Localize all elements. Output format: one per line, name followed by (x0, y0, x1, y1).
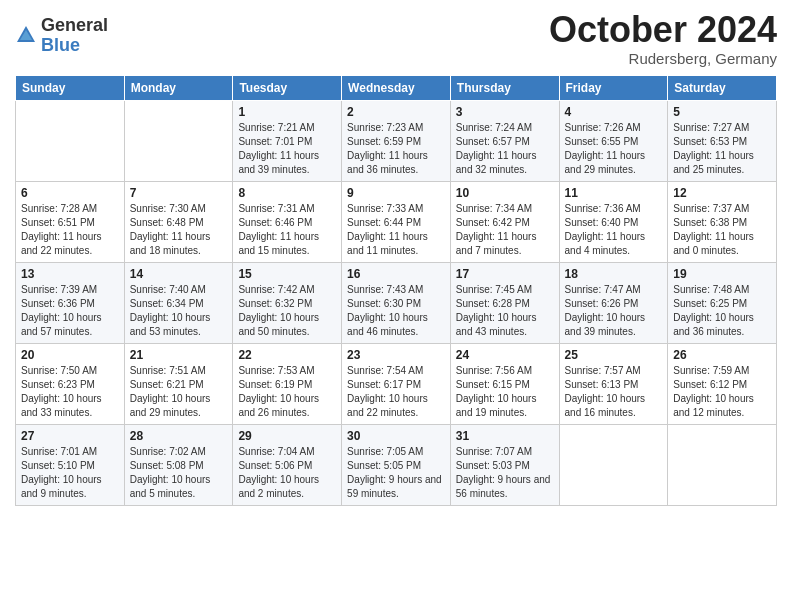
day-number: 14 (130, 267, 228, 281)
table-cell: 14 Sunrise: 7:40 AMSunset: 6:34 PMDaylig… (124, 262, 233, 343)
day-info: Sunrise: 7:45 AMSunset: 6:28 PMDaylight:… (456, 283, 554, 339)
day-number: 13 (21, 267, 119, 281)
day-info: Sunrise: 7:43 AMSunset: 6:30 PMDaylight:… (347, 283, 445, 339)
col-saturday: Saturday (668, 75, 777, 100)
day-number: 10 (456, 186, 554, 200)
col-friday: Friday (559, 75, 668, 100)
table-cell: 23 Sunrise: 7:54 AMSunset: 6:17 PMDaylig… (342, 343, 451, 424)
calendar-week-4: 20 Sunrise: 7:50 AMSunset: 6:23 PMDaylig… (16, 343, 777, 424)
day-number: 30 (347, 429, 445, 443)
table-cell: 31 Sunrise: 7:07 AMSunset: 5:03 PMDaylig… (450, 424, 559, 505)
day-number: 29 (238, 429, 336, 443)
day-info: Sunrise: 7:23 AMSunset: 6:59 PMDaylight:… (347, 121, 445, 177)
table-cell: 22 Sunrise: 7:53 AMSunset: 6:19 PMDaylig… (233, 343, 342, 424)
day-number: 27 (21, 429, 119, 443)
page: General Blue October 2024 Rudersberg, Ge… (0, 0, 792, 612)
day-number: 22 (238, 348, 336, 362)
table-cell: 3 Sunrise: 7:24 AMSunset: 6:57 PMDayligh… (450, 100, 559, 181)
table-cell: 21 Sunrise: 7:51 AMSunset: 6:21 PMDaylig… (124, 343, 233, 424)
day-number: 25 (565, 348, 663, 362)
day-number: 4 (565, 105, 663, 119)
table-cell: 11 Sunrise: 7:36 AMSunset: 6:40 PMDaylig… (559, 181, 668, 262)
table-cell (559, 424, 668, 505)
day-info: Sunrise: 7:33 AMSunset: 6:44 PMDaylight:… (347, 202, 445, 258)
day-number: 28 (130, 429, 228, 443)
day-number: 7 (130, 186, 228, 200)
calendar-week-5: 27 Sunrise: 7:01 AMSunset: 5:10 PMDaylig… (16, 424, 777, 505)
col-thursday: Thursday (450, 75, 559, 100)
day-info: Sunrise: 7:39 AMSunset: 6:36 PMDaylight:… (21, 283, 119, 339)
day-number: 15 (238, 267, 336, 281)
day-number: 31 (456, 429, 554, 443)
table-cell: 17 Sunrise: 7:45 AMSunset: 6:28 PMDaylig… (450, 262, 559, 343)
table-cell: 1 Sunrise: 7:21 AMSunset: 7:01 PMDayligh… (233, 100, 342, 181)
logo: General Blue (15, 16, 108, 56)
day-number: 26 (673, 348, 771, 362)
day-info: Sunrise: 7:56 AMSunset: 6:15 PMDaylight:… (456, 364, 554, 420)
day-number: 12 (673, 186, 771, 200)
day-number: 9 (347, 186, 445, 200)
table-cell: 19 Sunrise: 7:48 AMSunset: 6:25 PMDaylig… (668, 262, 777, 343)
day-info: Sunrise: 7:24 AMSunset: 6:57 PMDaylight:… (456, 121, 554, 177)
day-info: Sunrise: 7:57 AMSunset: 6:13 PMDaylight:… (565, 364, 663, 420)
day-info: Sunrise: 7:30 AMSunset: 6:48 PMDaylight:… (130, 202, 228, 258)
logo-icon (15, 24, 37, 46)
day-info: Sunrise: 7:53 AMSunset: 6:19 PMDaylight:… (238, 364, 336, 420)
location: Rudersberg, Germany (549, 50, 777, 67)
day-number: 20 (21, 348, 119, 362)
day-number: 8 (238, 186, 336, 200)
day-info: Sunrise: 7:50 AMSunset: 6:23 PMDaylight:… (21, 364, 119, 420)
calendar-header-row: Sunday Monday Tuesday Wednesday Thursday… (16, 75, 777, 100)
day-info: Sunrise: 7:34 AMSunset: 6:42 PMDaylight:… (456, 202, 554, 258)
day-info: Sunrise: 7:02 AMSunset: 5:08 PMDaylight:… (130, 445, 228, 501)
col-wednesday: Wednesday (342, 75, 451, 100)
title-block: October 2024 Rudersberg, Germany (549, 10, 777, 67)
day-info: Sunrise: 7:27 AMSunset: 6:53 PMDaylight:… (673, 121, 771, 177)
table-cell (124, 100, 233, 181)
day-number: 1 (238, 105, 336, 119)
table-cell: 13 Sunrise: 7:39 AMSunset: 6:36 PMDaylig… (16, 262, 125, 343)
table-cell: 8 Sunrise: 7:31 AMSunset: 6:46 PMDayligh… (233, 181, 342, 262)
day-number: 23 (347, 348, 445, 362)
table-cell: 15 Sunrise: 7:42 AMSunset: 6:32 PMDaylig… (233, 262, 342, 343)
table-cell: 24 Sunrise: 7:56 AMSunset: 6:15 PMDaylig… (450, 343, 559, 424)
header: General Blue October 2024 Rudersberg, Ge… (15, 10, 777, 67)
day-number: 11 (565, 186, 663, 200)
day-number: 18 (565, 267, 663, 281)
table-cell: 26 Sunrise: 7:59 AMSunset: 6:12 PMDaylig… (668, 343, 777, 424)
table-cell: 12 Sunrise: 7:37 AMSunset: 6:38 PMDaylig… (668, 181, 777, 262)
table-cell (668, 424, 777, 505)
table-cell: 29 Sunrise: 7:04 AMSunset: 5:06 PMDaylig… (233, 424, 342, 505)
day-number: 19 (673, 267, 771, 281)
day-info: Sunrise: 7:36 AMSunset: 6:40 PMDaylight:… (565, 202, 663, 258)
table-cell: 25 Sunrise: 7:57 AMSunset: 6:13 PMDaylig… (559, 343, 668, 424)
col-tuesday: Tuesday (233, 75, 342, 100)
calendar-table: Sunday Monday Tuesday Wednesday Thursday… (15, 75, 777, 506)
logo-text: General Blue (41, 16, 108, 56)
day-info: Sunrise: 7:04 AMSunset: 5:06 PMDaylight:… (238, 445, 336, 501)
day-number: 6 (21, 186, 119, 200)
day-info: Sunrise: 7:59 AMSunset: 6:12 PMDaylight:… (673, 364, 771, 420)
table-cell: 10 Sunrise: 7:34 AMSunset: 6:42 PMDaylig… (450, 181, 559, 262)
table-cell: 5 Sunrise: 7:27 AMSunset: 6:53 PMDayligh… (668, 100, 777, 181)
calendar-week-3: 13 Sunrise: 7:39 AMSunset: 6:36 PMDaylig… (16, 262, 777, 343)
day-info: Sunrise: 7:31 AMSunset: 6:46 PMDaylight:… (238, 202, 336, 258)
month-title: October 2024 (549, 10, 777, 50)
day-number: 2 (347, 105, 445, 119)
day-info: Sunrise: 7:40 AMSunset: 6:34 PMDaylight:… (130, 283, 228, 339)
logo-general: General (41, 16, 108, 36)
calendar-week-1: 1 Sunrise: 7:21 AMSunset: 7:01 PMDayligh… (16, 100, 777, 181)
day-info: Sunrise: 7:48 AMSunset: 6:25 PMDaylight:… (673, 283, 771, 339)
day-info: Sunrise: 7:05 AMSunset: 5:05 PMDaylight:… (347, 445, 445, 501)
day-info: Sunrise: 7:07 AMSunset: 5:03 PMDaylight:… (456, 445, 554, 501)
day-number: 17 (456, 267, 554, 281)
day-number: 16 (347, 267, 445, 281)
day-number: 5 (673, 105, 771, 119)
table-cell (16, 100, 125, 181)
day-number: 3 (456, 105, 554, 119)
day-info: Sunrise: 7:26 AMSunset: 6:55 PMDaylight:… (565, 121, 663, 177)
table-cell: 16 Sunrise: 7:43 AMSunset: 6:30 PMDaylig… (342, 262, 451, 343)
table-cell: 9 Sunrise: 7:33 AMSunset: 6:44 PMDayligh… (342, 181, 451, 262)
day-info: Sunrise: 7:01 AMSunset: 5:10 PMDaylight:… (21, 445, 119, 501)
table-cell: 7 Sunrise: 7:30 AMSunset: 6:48 PMDayligh… (124, 181, 233, 262)
